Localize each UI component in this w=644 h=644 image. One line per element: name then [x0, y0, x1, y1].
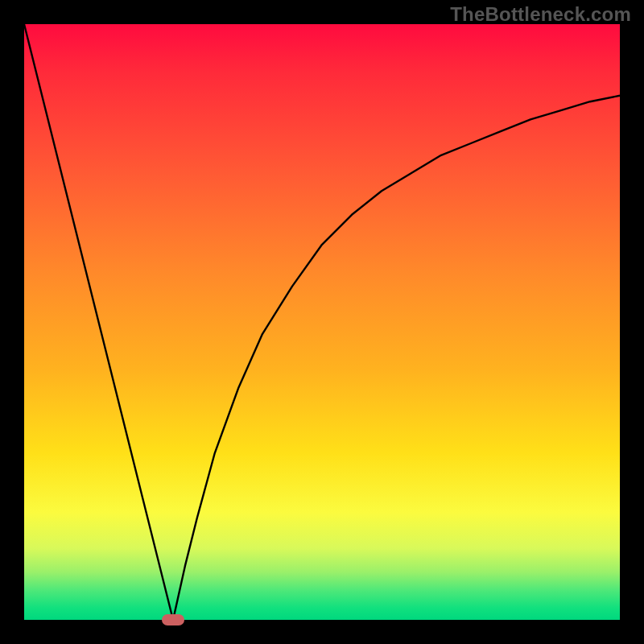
curve-svg: [24, 24, 620, 620]
chart-frame: TheBottleneck.com: [0, 0, 644, 644]
curve-path: [24, 24, 620, 620]
watermark-text: TheBottleneck.com: [450, 3, 631, 26]
plot-area: [24, 24, 620, 620]
min-marker: [162, 614, 184, 625]
